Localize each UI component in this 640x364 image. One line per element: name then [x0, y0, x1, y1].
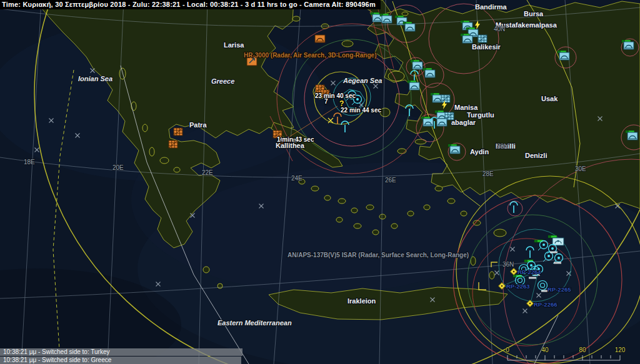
island	[372, 230, 379, 235]
island	[380, 108, 390, 117]
island	[424, 205, 430, 210]
island	[435, 186, 442, 191]
grid-label: 18E	[24, 159, 35, 165]
game-window: Ionian SeaAegean SeaEastern Mediterranea…	[0, 0, 640, 364]
island	[461, 211, 467, 216]
island	[142, 124, 148, 132]
island	[391, 224, 398, 229]
facility-icon[interactable]	[409, 82, 419, 90]
status-bar	[550, 252, 558, 253]
city-label: Balikesir	[472, 43, 501, 51]
island	[494, 229, 506, 237]
sensor-label: HR-3000 (Radar, Air Search, 3D-Long-Rang…	[244, 52, 376, 59]
island	[366, 205, 374, 210]
island	[149, 147, 154, 156]
weapon-timer-label: 1 min 43 sec	[277, 136, 314, 143]
island	[388, 71, 404, 81]
island	[311, 186, 319, 191]
island	[402, 12, 408, 16]
scale-tick-label: 120	[615, 347, 626, 353]
grid-label: 40N	[494, 26, 505, 32]
time-status-bar: Time: Κυριακή, 30 Σεπτεμβρίου 2018 - Zul…	[0, 0, 381, 9]
status-bar	[554, 262, 561, 264]
facility-icon[interactable]	[405, 24, 415, 31]
weapon-timer-label: 23 min 40 sec	[315, 92, 356, 99]
city-label: Manisa	[454, 104, 478, 111]
facility-icon[interactable]	[437, 119, 447, 126]
island	[324, 195, 331, 200]
scale-tick-label: 40	[541, 347, 549, 353]
city-label: Aydin	[470, 148, 489, 155]
scale-tick-label: 80	[579, 347, 586, 353]
facility-icon[interactable]	[628, 132, 638, 140]
sea-label: Ionian Sea	[78, 75, 112, 82]
status-bar	[529, 277, 536, 279]
installation-icon[interactable]	[478, 35, 487, 42]
city-label: Turgutlu	[467, 111, 494, 119]
island	[379, 214, 386, 219]
island	[408, 211, 414, 216]
weapon-timer-label: 22 min 44 sec	[341, 107, 381, 114]
weapon-timer-label: 7	[324, 98, 328, 105]
island	[338, 199, 346, 204]
facility-icon[interactable]	[559, 52, 569, 60]
scale-tick-label: 0	[506, 347, 509, 353]
city-label: Bursa	[524, 10, 544, 17]
island	[342, 41, 353, 47]
airfield-icon[interactable]	[552, 238, 564, 245]
island	[415, 139, 426, 144]
facility-icon[interactable]	[624, 42, 634, 49]
island	[160, 157, 169, 164]
island	[131, 102, 136, 111]
map-canvas[interactable]: Ionian SeaAegean SeaEastern Mediterranea…	[0, 0, 640, 364]
installation-icon[interactable]	[169, 140, 178, 148]
facility-icon[interactable]	[425, 70, 435, 77]
grid-label: 20E	[112, 164, 124, 171]
island	[448, 199, 455, 204]
facility-icon[interactable]	[412, 62, 422, 69]
island	[398, 149, 406, 154]
island	[351, 208, 358, 213]
grid-label: 30E	[575, 165, 586, 172]
installation-icon[interactable]	[441, 95, 450, 102]
status-bar	[548, 235, 557, 238]
island	[174, 167, 180, 172]
grid-label: 24E	[291, 175, 302, 182]
city-label: Usak	[541, 95, 558, 102]
island	[336, 217, 342, 222]
facility-icon[interactable]	[450, 146, 460, 154]
reference-point-label: RP-2264	[518, 268, 541, 275]
grid-label: 22E	[202, 169, 213, 176]
log-message: 10:38:21 μμ - Switched side to: Turkey	[0, 348, 242, 356]
grid-label: 38N	[497, 143, 508, 150]
facility-icon[interactable]	[315, 35, 325, 42]
facility-icon[interactable]	[423, 119, 433, 126]
city-label: Larisa	[224, 41, 244, 49]
facility-icon[interactable]	[462, 36, 472, 43]
unknown-contact-mark: ?	[339, 99, 344, 108]
island	[292, 16, 300, 21]
grid-label: 26E	[385, 177, 396, 184]
reference-point-label: RP-2263	[506, 283, 530, 290]
sensor-label: AN/APS-137B(V)5 ISAR (Radar, Surface Sea…	[288, 252, 469, 258]
sea-label: Aegean Sea	[342, 77, 382, 84]
island	[489, 272, 494, 279]
grid-label: 28E	[482, 170, 494, 177]
city-label: abaglar	[451, 119, 476, 126]
installation-icon[interactable]	[174, 128, 182, 135]
facility-icon[interactable]	[382, 16, 392, 23]
city-label: Irakleion	[348, 297, 376, 305]
city-label: Bandirma	[475, 3, 508, 11]
city-label: Denizli	[525, 152, 547, 159]
reference-point-label: RP-2265	[548, 286, 571, 293]
grid-label: 36N	[502, 261, 514, 268]
log-message: 10:38:21 μμ - Switched side to: Greece	[0, 357, 241, 364]
island	[203, 267, 209, 273]
reference-point-label: RP-2266	[534, 301, 558, 308]
city-label: Patra	[189, 121, 207, 129]
island	[354, 224, 361, 229]
sea-label: Eastern Mediterranean	[218, 319, 292, 327]
sea-label: Greece	[211, 77, 234, 85]
